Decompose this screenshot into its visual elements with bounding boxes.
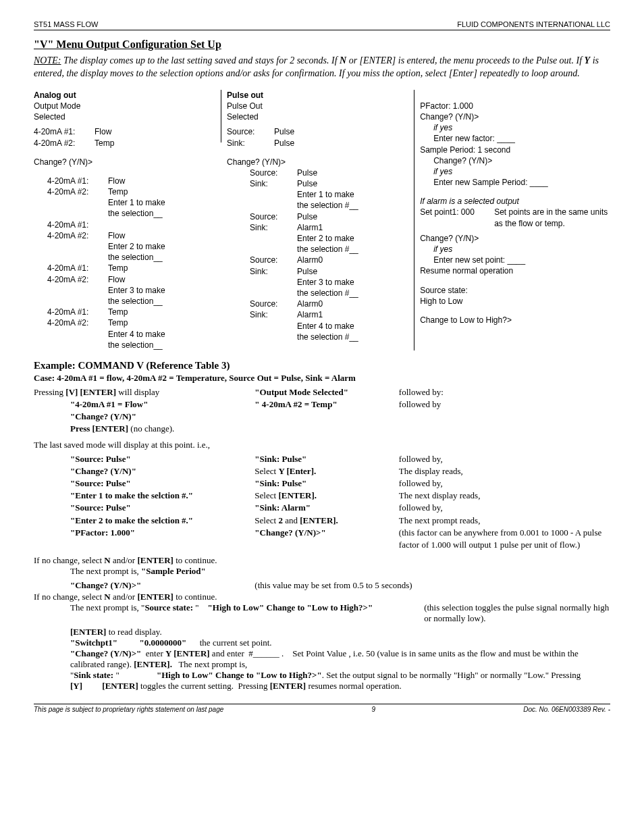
page-number: 9 bbox=[371, 706, 375, 713]
section-title: "V" Menu Output Configuration Set Up bbox=[34, 38, 610, 51]
example-title: Example: COMMAND V (Reference Table 3) bbox=[34, 360, 610, 371]
page-footer: This page is subject to proprietary righ… bbox=[34, 704, 610, 713]
col-settings: PFactor: 1.000 Change? (Y/N)> if yes Ent… bbox=[414, 90, 610, 350]
note-block: NOTE: The display comes up to the last s… bbox=[34, 55, 610, 80]
header-left: ST51 MASS FLOW bbox=[34, 20, 98, 28]
footer-left: This page is subject to proprietary righ… bbox=[34, 706, 223, 713]
note-label: NOTE: bbox=[34, 55, 61, 66]
header-right: FLUID COMPONENTS INTERNATIONAL LLC bbox=[457, 20, 610, 28]
case-line: Case: 4-20mA #1 = flow, 4-20mA #2 = Temp… bbox=[34, 373, 610, 384]
example-body: Pressing [V] [ENTER] will display "4-20m… bbox=[34, 386, 610, 436]
col-analog-out: Analog out Output Mode Selected 4-20mA #… bbox=[34, 90, 221, 350]
col-pulse-out: Pulse out Pulse Out Selected Source:Puls… bbox=[221, 90, 414, 350]
footer-right: Doc. No. 06EN003389 Rev. - bbox=[523, 706, 610, 713]
menu-columns: Analog out Output Mode Selected 4-20mA #… bbox=[34, 90, 610, 350]
page-header: ST51 MASS FLOW FLUID COMPONENTS INTERNAT… bbox=[34, 20, 610, 30]
